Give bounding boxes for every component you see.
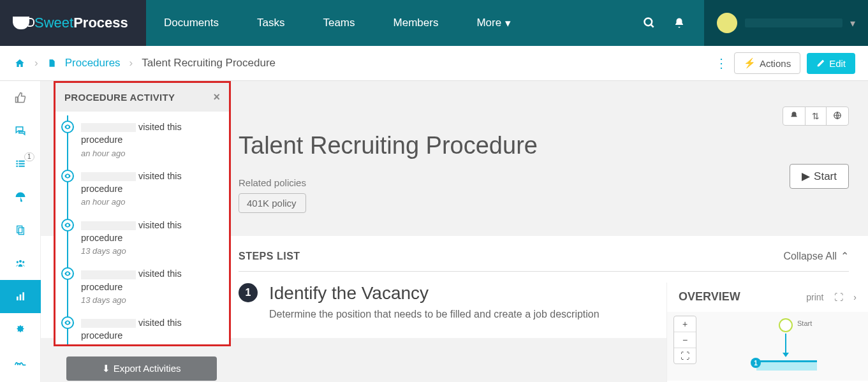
edit-button[interactable]: Edit — [807, 53, 855, 74]
chevron-up-icon: ⌃ — [841, 250, 849, 262]
overview-panel: OVERVIEW print ⛶ › + − ⛶ Start — [666, 283, 868, 382]
nav-members[interactable]: Members — [394, 17, 439, 29]
activity-user-placeholder — [81, 221, 136, 230]
edit-label: Edit — [829, 58, 846, 69]
eye-icon — [61, 170, 74, 182]
svg-rect-13 — [17, 297, 18, 300]
search-icon[interactable] — [643, 17, 656, 29]
nav-more-label: More — [476, 17, 501, 29]
activity-time: 13 days ago — [81, 246, 220, 257]
svg-rect-7 — [18, 166, 24, 167]
svg-point-11 — [16, 261, 18, 263]
document-icon — [47, 58, 56, 68]
expand-icon[interactable]: ⛶ — [834, 292, 843, 302]
svg-point-0 — [645, 18, 652, 26]
rail-copy[interactable] — [0, 214, 41, 247]
rail-tasks[interactable]: 1 — [0, 147, 41, 180]
svg-point-12 — [22, 261, 24, 263]
breadcrumb: › Procedures › Talent Recruiting Procedu… — [14, 57, 276, 70]
drawer-body[interactable]: visited this procedure an hour ago visit… — [55, 112, 229, 344]
svg-rect-9 — [18, 228, 24, 235]
related-label: Related policies — [239, 177, 306, 188]
svg-rect-8 — [17, 226, 22, 233]
nav-teams[interactable]: Teams — [323, 17, 355, 29]
activity-user-placeholder — [81, 270, 136, 279]
activity-user-placeholder — [81, 319, 136, 328]
breadcrumb-current: Talent Recruiting Procedure — [142, 57, 276, 70]
flow-step-number: 1 — [751, 358, 761, 368]
svg-rect-6 — [16, 166, 18, 167]
bell-icon[interactable] — [673, 17, 685, 29]
steps-title: STEPS LIST — [239, 251, 300, 262]
rail-umbrella[interactable] — [0, 180, 41, 214]
zoom-fit[interactable]: ⛶ — [674, 348, 696, 364]
activity-time: an hour ago — [81, 148, 220, 159]
flow-connector — [785, 334, 786, 355]
rail-badge-icon[interactable] — [0, 313, 41, 346]
svg-rect-14 — [19, 295, 21, 300]
globe-icon[interactable] — [827, 107, 848, 125]
rail-signature[interactable] — [0, 346, 41, 379]
eye-icon — [61, 121, 74, 133]
actions-button[interactable]: ⚡Actions — [734, 52, 800, 74]
zoom-in[interactable]: + — [674, 316, 696, 332]
activity-time: 13 days ago — [81, 295, 220, 306]
drawer-close-icon[interactable]: × — [213, 91, 220, 104]
svg-line-1 — [651, 25, 654, 27]
rail-stats[interactable] — [0, 280, 41, 313]
flow-start-node[interactable] — [779, 318, 793, 332]
bolt-icon: ⚡ — [744, 57, 756, 69]
rail-comments[interactable] — [0, 114, 41, 147]
activity-time: an hour ago — [81, 196, 220, 208]
brand-sweet: Sweet — [34, 15, 73, 31]
policy-chip[interactable]: 401K policy — [239, 193, 306, 213]
play-icon: ▶ — [802, 170, 810, 183]
start-label: Start — [814, 170, 837, 183]
activity-drawer: PROCEDURE ACTIVITY × visited this proced… — [54, 81, 231, 346]
drawer-title: PROCEDURE ACTIVITY — [64, 92, 175, 103]
zoom-out[interactable]: − — [674, 332, 696, 348]
eye-icon — [61, 267, 74, 280]
more-dots-icon[interactable]: ⋮ — [715, 55, 728, 71]
activity-user-placeholder — [81, 172, 136, 181]
edit-icon — [816, 59, 825, 68]
collapse-label: Collapse All — [783, 251, 837, 262]
nav-tasks[interactable]: Tasks — [257, 17, 284, 29]
cup-icon — [13, 17, 29, 29]
flow-arrow-icon — [783, 353, 789, 357]
actions-label: Actions — [760, 58, 791, 69]
print-link[interactable]: print — [806, 292, 823, 302]
breadcrumb-parent[interactable]: Procedures — [65, 57, 121, 70]
start-button[interactable]: ▶Start — [790, 164, 849, 189]
flow-step-node[interactable] — [756, 360, 817, 371]
svg-rect-4 — [16, 163, 18, 165]
activity-user-placeholder — [81, 123, 136, 132]
sort-icon[interactable]: ⇅ — [805, 107, 827, 125]
rail-teams[interactable] — [0, 247, 41, 280]
logo[interactable]: SweetProcess — [0, 0, 146, 46]
svg-rect-15 — [22, 292, 24, 300]
chevron-down-icon: ▾ — [850, 17, 855, 29]
user-menu[interactable]: ▾ — [704, 0, 868, 46]
download-icon: ⬇ — [102, 363, 110, 374]
chevron-right-icon[interactable]: › — [853, 292, 857, 302]
collapse-all[interactable]: Collapse All⌃ — [783, 250, 849, 262]
svg-point-10 — [19, 260, 22, 263]
home-icon[interactable] — [14, 58, 26, 68]
flow-start-label: Start — [797, 320, 812, 327]
rail-badge: 1 — [24, 152, 34, 161]
rail-thumbs-up[interactable] — [0, 81, 41, 114]
brand-process: Process — [73, 15, 128, 31]
svg-rect-5 — [18, 163, 24, 165]
nav-documents[interactable]: Documents — [164, 17, 219, 29]
svg-rect-2 — [16, 161, 18, 162]
user-name-placeholder — [745, 18, 842, 27]
overview-title: OVERVIEW — [679, 290, 798, 304]
nav-more[interactable]: More▾ — [476, 17, 511, 30]
export-activities-button[interactable]: ⬇ Export Activities — [66, 356, 217, 381]
bell-small-icon[interactable] — [783, 107, 805, 125]
chevron-down-icon: ▾ — [505, 17, 511, 30]
activity-item: visited this procedure 13 days ago — [55, 262, 229, 311]
eye-icon — [61, 316, 74, 329]
activity-item: visited this procedure an hour ago — [55, 165, 229, 214]
